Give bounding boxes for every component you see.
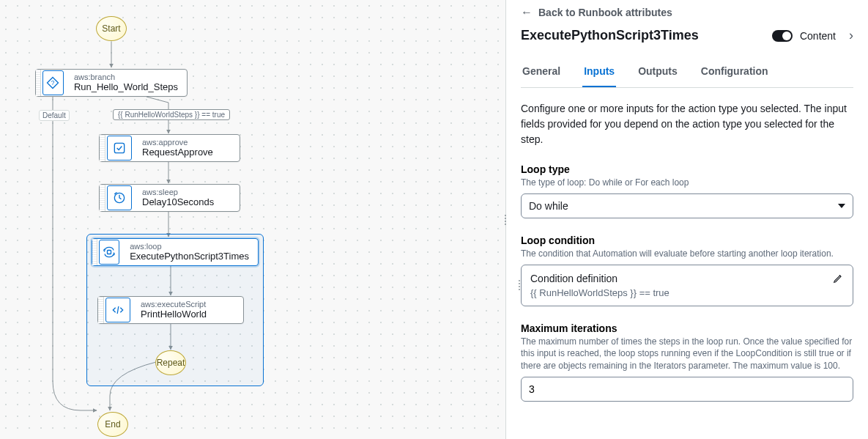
workflow-canvas[interactable]: Start ? aws:branch Run_Hello_World_Steps… xyxy=(0,0,505,439)
step-type: aws:sleep xyxy=(142,188,214,197)
step-type: aws:executeScript xyxy=(141,300,207,309)
script-step[interactable]: aws:executeScript PrintHelloWorld xyxy=(97,296,244,324)
content-label: Content xyxy=(800,30,836,42)
tab-outputs[interactable]: Outputs xyxy=(637,56,679,87)
code-icon xyxy=(105,298,130,322)
drag-handle-icon xyxy=(519,280,520,290)
approve-step[interactable]: aws:approve RequestApprove xyxy=(99,134,240,162)
resize-handle[interactable] xyxy=(502,210,509,229)
svg-rect-6 xyxy=(114,143,124,152)
svg-rect-8 xyxy=(107,251,111,254)
end-node[interactable]: End xyxy=(97,412,128,437)
step-type: aws:approve xyxy=(142,138,213,147)
tab-general[interactable]: General xyxy=(521,56,562,87)
tab-inputs[interactable]: Inputs xyxy=(582,56,616,87)
branch-step[interactable]: ? aws:branch Run_Hello_World_Steps xyxy=(35,69,188,97)
max-iterations-desc: The maximum number of times the steps in… xyxy=(521,336,853,372)
panel-title: ExecutePythonScript3Times xyxy=(521,28,699,43)
repeat-label: Repeat xyxy=(157,358,185,368)
step-name: Run_Hello_World_Steps xyxy=(74,82,178,93)
chevron-right-icon[interactable]: › xyxy=(843,28,853,43)
back-link-label: Back to Runbook attributes xyxy=(538,7,672,18)
loop-condition-desc: The condition that Automation will evalu… xyxy=(521,248,853,260)
side-panel: ← Back to Runbook attributes ExecutePyth… xyxy=(505,0,868,439)
branch-icon: ? xyxy=(42,70,64,95)
max-iterations-input[interactable] xyxy=(529,383,845,395)
loop-type-value: Do while xyxy=(529,200,568,212)
step-name: RequestApprove xyxy=(142,147,213,158)
step-type: aws:loop xyxy=(130,242,249,251)
step-name: Delay10Seconds xyxy=(142,197,214,208)
condition-expression: {{ RunHelloWorldSteps }} == true xyxy=(530,287,669,298)
drag-handle-icon xyxy=(100,185,105,211)
branch-condition-label: {{ RunHelloWorldSteps }} == true xyxy=(113,109,230,120)
condition-box[interactable]: Condition definition {{ RunHelloWorldSte… xyxy=(521,265,853,306)
caret-down-icon xyxy=(838,204,845,208)
drag-handle-icon xyxy=(98,297,104,323)
start-label: Start xyxy=(102,23,120,34)
loop-condition-label: Loop condition xyxy=(521,235,853,246)
condition-title: Condition definition xyxy=(530,273,669,284)
start-node[interactable]: Start xyxy=(96,16,127,41)
svg-text:?: ? xyxy=(51,79,55,86)
end-label: End xyxy=(105,419,120,429)
step-name: PrintHelloWorld xyxy=(141,309,207,320)
svg-line-9 xyxy=(117,306,119,314)
tab-configuration[interactable]: Configuration xyxy=(700,56,770,87)
loop-step[interactable]: aws:loop ExecutePythonScript3Times xyxy=(92,238,259,266)
edit-icon[interactable] xyxy=(832,273,844,287)
loop-type-label: Loop type xyxy=(521,163,853,175)
sleep-step[interactable]: aws:sleep Delay10Seconds xyxy=(99,184,240,212)
loop-type-select[interactable]: Do while xyxy=(521,193,853,218)
step-name: ExecutePythonScript3Times xyxy=(130,251,249,262)
approve-icon xyxy=(107,136,132,161)
drag-handle-icon xyxy=(92,239,97,265)
drag-handle-icon xyxy=(36,70,41,96)
default-edge-label: Default xyxy=(39,110,70,121)
sleep-icon xyxy=(107,185,132,210)
drag-handle-icon xyxy=(100,135,105,161)
arrow-left-icon: ← xyxy=(521,6,533,19)
inputs-help-text: Configure one or more inputs for the act… xyxy=(521,101,853,147)
loop-icon xyxy=(99,240,119,265)
step-type: aws:branch xyxy=(74,73,178,82)
max-iterations-label: Maximum iterations xyxy=(521,322,853,334)
repeat-node[interactable]: Repeat xyxy=(155,350,186,375)
back-link[interactable]: ← Back to Runbook attributes xyxy=(521,6,853,19)
loop-type-desc: The type of loop: Do while or For each l… xyxy=(521,177,853,189)
content-toggle[interactable] xyxy=(772,30,793,42)
